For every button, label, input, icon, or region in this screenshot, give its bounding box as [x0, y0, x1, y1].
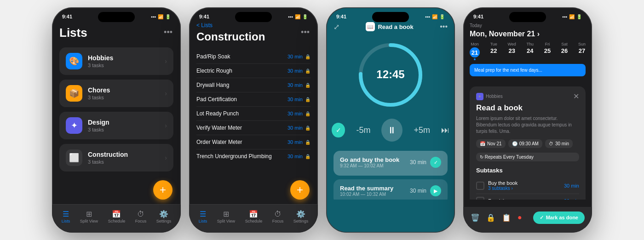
task-row-6[interactable]: Order Water Meter 30 min 🔒	[196, 135, 310, 149]
timer-task-1[interactable]: Read the summary 10:02 AM — 10:32 AM 30 …	[334, 179, 448, 200]
timer-more-icon[interactable]: •••	[440, 23, 448, 31]
phone-timer: 9:41 ▪▪▪ 📶 🔋 ⤢ 📖 Read a book •••	[326, 7, 455, 233]
task-card-top-1: Read the summary 10:02 AM — 10:32 AM 30 …	[340, 185, 441, 197]
task-row-5[interactable]: Verify Water Meter 30 min 🔒	[196, 121, 310, 135]
task-row-4[interactable]: Lot Ready Punch 30 min 🔒	[196, 107, 310, 121]
subtask-check-0[interactable]	[476, 182, 484, 190]
date-label[interactable]: Mon, November 21 ›	[470, 30, 540, 38]
nav-lists-1[interactable]: ☰ Lists	[62, 211, 70, 223]
nav-schedule-icon-1: 📅	[112, 211, 121, 218]
list-info-chores: Chores 3 tasks	[88, 86, 165, 100]
nav-focus-icon-1: ⏱	[137, 211, 144, 218]
expand-icon[interactable]: ⤢	[334, 23, 339, 31]
task-row-3[interactable]: Pad Certification 30 min 🔒	[196, 92, 310, 107]
task-card-left-1: Read the summary 10:02 AM — 10:32 AM	[340, 185, 393, 197]
timer-skip-btn[interactable]: ⏭	[441, 126, 449, 135]
task-name-7: Trench Underground Plumbing	[196, 153, 272, 160]
nav-splitview-1[interactable]: ⊞ Split View	[80, 211, 98, 223]
task-card-name-1: Read the summary	[340, 185, 393, 192]
lock-icon[interactable]: 🔒	[486, 213, 495, 222]
dot-icon[interactable]: ●	[518, 213, 522, 222]
phone4-content: Today Mon, November 21 › Mon 21 Tue 22 W…	[463, 22, 592, 200]
cal-day-24[interactable]: Thu 24	[527, 42, 534, 60]
task-name-5: Verify Water Meter	[196, 125, 242, 131]
timer-plus-btn[interactable]: +5m	[414, 126, 430, 135]
task-time-1: 30 min 🔒	[288, 68, 310, 74]
cal-day-21[interactable]: Mon 21	[470, 42, 480, 60]
cal-day-27[interactable]: Sun 27	[578, 42, 586, 60]
timer-check-btn[interactable]: ✓	[332, 123, 345, 137]
copy-icon[interactable]: 📋	[502, 213, 511, 222]
task-row-1[interactable]: Electric Rough 30 min 🔒	[196, 64, 310, 78]
subtask-left-0: Buy the book 3 subtasks ›	[476, 180, 518, 191]
task-row-7[interactable]: Trench Underground Plumbing 30 min 🔒	[196, 149, 310, 163]
phone-lists: 9:41 ▪▪▪ 📶 🔋 ••• Lists 🎨 Hobbies 3 tasks…	[52, 7, 181, 233]
list-chevron-hobbies: ›	[165, 57, 167, 65]
calendar-strip: Mon 21 Tue 22 Wed 23 Thu 24 Fri 25 Sat 2…	[470, 42, 586, 60]
close-icon[interactable]: ✕	[573, 92, 579, 101]
task-row-0[interactable]: Pad/Rip Soak 30 min 🔒	[196, 50, 310, 64]
clock-icon: 🕐	[512, 141, 518, 146]
subtasks-list: Buy the book 3 subtasks › 30 min Read th…	[476, 177, 579, 200]
signal-icon-3: ▪▪▪	[425, 14, 430, 19]
nav-settings-2[interactable]: ⚙️ Settings	[293, 211, 309, 223]
subtask-check-1[interactable]	[476, 197, 484, 200]
list-item-construction[interactable]: ⬜ Construction 3 tasks ›	[59, 144, 173, 171]
nav-schedule-1[interactable]: 📅 Schedule	[108, 211, 126, 223]
timer-task-0[interactable]: Go and buy the book 9:32 AM — 10:02 AM 3…	[334, 151, 448, 176]
fab-2[interactable]: +	[290, 180, 310, 200]
timer-controls: ✓ -5m ⏸ +5m ⏭	[332, 119, 449, 142]
cal-day-label-5: Sat	[561, 42, 568, 46]
list-item-hobbies[interactable]: 🎨 Hobbies 3 tasks ›	[59, 47, 173, 75]
cal-day-25[interactable]: Fri 25	[544, 42, 551, 60]
nav-focus-2[interactable]: ⏱ Focus	[272, 211, 284, 223]
mark-done-btn[interactable]: ✓ Mark as done	[533, 211, 585, 224]
nav-lists-label-1: Lists	[62, 219, 70, 223]
timer-title: 📖 Read a book	[366, 22, 413, 31]
cal-day-label-4: Fri	[545, 42, 550, 46]
cal-day-22[interactable]: Tue 22	[490, 42, 497, 60]
wifi-icon-4: 📶	[569, 14, 575, 19]
timeline-event-text: Meal prep for the next few days...	[474, 68, 542, 73]
list-chevron-construction: ›	[165, 154, 167, 161]
tasks-container-2: Pad/Rip Soak 30 min 🔒 Electric Rough 30 …	[196, 50, 310, 163]
task-time-7: 30 min 🔒	[288, 154, 310, 159]
timer-minus-btn[interactable]: -5m	[356, 126, 370, 135]
task-card-sub-0: 9:32 AM — 10:02 AM	[340, 163, 399, 168]
task-time-value-1: 30 min	[288, 68, 303, 74]
nav-focus-1[interactable]: ⏱ Focus	[135, 211, 147, 223]
delete-icon[interactable]: 🗑️	[471, 213, 480, 222]
nav-lists-2[interactable]: ☰ Lists	[199, 211, 207, 223]
cal-day-23[interactable]: Wed 23	[508, 42, 516, 60]
dynamic-island-2	[235, 12, 272, 22]
nav-schedule-2[interactable]: 📅 Schedule	[245, 211, 263, 223]
timer-pause-btn[interactable]: ⏸	[381, 119, 402, 142]
subtasks-title: Subtasks	[476, 167, 579, 174]
nav-schedule-label-1: Schedule	[108, 219, 126, 223]
subtask-name-0: Buy the book	[488, 180, 518, 186]
more-menu-btn-1[interactable]: •••	[164, 28, 172, 37]
nav-splitview-2[interactable]: ⊞ Split View	[217, 211, 235, 223]
back-btn-2[interactable]: < Lists	[196, 22, 310, 29]
list-item-design[interactable]: ✦ Design 3 tasks ›	[59, 112, 173, 139]
phone-construction: 9:41 ▪▪▪ 📶 🔋 ••• < Lists Construction Pa…	[189, 7, 318, 233]
cal-day-26[interactable]: Sat 26	[561, 42, 568, 60]
cal-day-label-3: Thu	[527, 42, 534, 46]
detail-title: Read a book	[476, 103, 579, 113]
more-menu-btn-2[interactable]: •••	[301, 28, 310, 37]
detail-card: ✦ Hobbies ✕ Read a book Lorem ipsum dolo…	[470, 86, 586, 200]
task-card-left-0: Go and buy the book 9:32 AM — 10:02 AM	[340, 156, 399, 168]
dynamic-island-4	[509, 12, 546, 22]
list-info-construction: Construction 3 tasks	[88, 151, 165, 165]
nav-icon-lists-2: ☰	[200, 211, 206, 218]
task-time-value-6: 30 min	[288, 139, 303, 145]
bottom-action-bar: 🗑️ 🔒 📋 ● ✓ Mark as done	[463, 207, 592, 233]
list-item-chores[interactable]: 📦 Chores 3 tasks ›	[59, 80, 173, 107]
subtask-sub-0[interactable]: 3 subtasks ›	[488, 186, 518, 191]
cal-num-4: 25	[544, 47, 551, 54]
nav-settings-1[interactable]: ⚙️ Settings	[156, 211, 172, 223]
subtask-row-0: Buy the book 3 subtasks › 30 min	[476, 177, 579, 194]
nav-label-settings-2: Settings	[293, 219, 309, 223]
fab-1[interactable]: +	[153, 180, 172, 200]
task-row-2[interactable]: Drywall Hang 30 min 🔒	[196, 78, 310, 92]
